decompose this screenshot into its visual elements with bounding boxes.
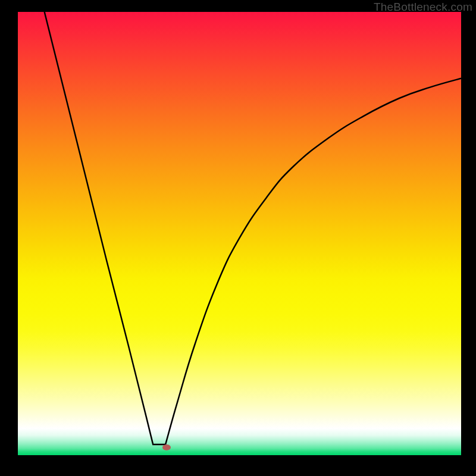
- watermark-text: TheBottleneck.com: [374, 1, 472, 14]
- optimum-marker: [162, 444, 171, 450]
- curve-path: [45, 12, 461, 444]
- bottleneck-curve-svg: [18, 12, 461, 455]
- chart-container: TheBottleneck.com: [0, 0, 476, 476]
